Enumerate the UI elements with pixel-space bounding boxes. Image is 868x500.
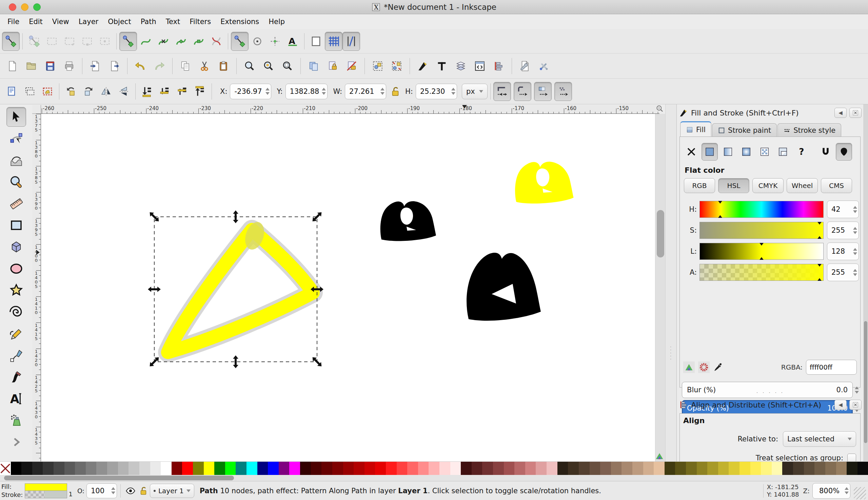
palette-swatch-48[interactable]	[514, 462, 525, 475]
palette-swatch-51[interactable]	[547, 462, 557, 475]
palette-swatch-28[interactable]	[300, 462, 311, 475]
palette-swatch-8[interactable]	[86, 462, 97, 475]
color-mode-rgb[interactable]: RGB	[684, 178, 715, 193]
menu-text[interactable]: Text	[161, 15, 185, 28]
palette-scrollbar[interactable]	[0, 475, 868, 481]
yellow-bell-shape[interactable]	[515, 162, 574, 203]
lig-slider-track[interactable]	[700, 243, 824, 260]
zoom-on-resize-toggle[interactable]	[655, 104, 665, 113]
fill-pattern-button[interactable]	[756, 143, 773, 161]
palette-swatch-47[interactable]	[504, 462, 515, 475]
palette-swatch-68[interactable]	[728, 462, 739, 475]
palette-swatch-53[interactable]	[568, 462, 579, 475]
palette-swatch-58[interactable]	[622, 462, 632, 475]
tool-selector-button[interactable]	[7, 107, 26, 127]
paste-button[interactable]	[215, 57, 232, 76]
color-mode-cms[interactable]: CMS	[821, 178, 852, 193]
palette-swatch-32[interactable]	[343, 462, 354, 475]
palette-swatch-27[interactable]	[289, 462, 300, 475]
palette-swatch-77[interactable]	[825, 462, 836, 475]
align-close-button[interactable]	[849, 400, 861, 410]
palette-swatch-1[interactable]	[11, 462, 22, 475]
export-document-button[interactable]	[105, 57, 123, 76]
rotate-cw-button[interactable]	[80, 82, 97, 101]
fill-color-swatch[interactable]	[25, 484, 67, 491]
palette-swatch-35[interactable]	[375, 462, 386, 475]
palette-swatch-69[interactable]	[739, 462, 750, 475]
palette-swatch-62[interactable]	[665, 462, 676, 475]
palette-swatch-6[interactable]	[64, 462, 75, 475]
canvas[interactable]	[41, 114, 655, 462]
palette-swatch-34[interactable]	[365, 462, 375, 475]
tool-rectangle-button[interactable]	[7, 215, 26, 235]
menu-file[interactable]: File	[3, 15, 24, 28]
palette-swatch-80[interactable]	[857, 462, 868, 475]
palette-swatch-71[interactable]	[761, 462, 772, 475]
tool-star-button[interactable]	[7, 281, 26, 300]
palette-swatch-29[interactable]	[311, 462, 322, 475]
zoom-page-button[interactable]	[279, 57, 296, 76]
create-clone-button[interactable]	[324, 57, 342, 76]
color-mode-cmyk[interactable]: CMYK	[753, 178, 783, 193]
snap-bbox-midpoints-button[interactable]	[78, 32, 96, 51]
palette-swatch-18[interactable]	[193, 462, 204, 475]
alp-slider-track[interactable]	[700, 264, 824, 281]
fill-stroke-collapse-button[interactable]: ◀	[834, 108, 847, 118]
zoom-field[interactable]: 800%	[812, 483, 850, 499]
lower-button[interactable]	[156, 82, 174, 101]
fill-none-button[interactable]	[683, 143, 700, 161]
tool-pen-button[interactable]	[7, 345, 26, 365]
color-managed-icon[interactable]	[683, 362, 695, 373]
palette-swatch-23[interactable]	[246, 462, 257, 475]
palette-swatch-12[interactable]	[129, 462, 140, 475]
cut-button[interactable]	[196, 57, 213, 76]
tool-3dbox-button[interactable]	[7, 237, 26, 257]
palette-swatch-41[interactable]	[439, 462, 450, 475]
snap-path-intersections-button[interactable]	[155, 32, 172, 51]
new-document-button[interactable]	[3, 57, 21, 76]
palette-swatch-63[interactable]	[675, 462, 686, 475]
tool-spiral-button[interactable]	[7, 302, 26, 322]
tab-stroke-style[interactable]: Stroke style	[778, 123, 841, 137]
units-dropdown[interactable]: px	[462, 84, 488, 99]
palette-swatch-43[interactable]	[461, 462, 472, 475]
palette-swatch-74[interactable]	[793, 462, 804, 475]
hue-slider-track[interactable]	[700, 201, 824, 218]
menu-layer[interactable]: Layer	[74, 15, 103, 28]
canvas-vertical-scrollbar[interactable]	[655, 114, 665, 462]
tool-node-button[interactable]	[7, 129, 26, 148]
palette-swatch-60[interactable]	[643, 462, 654, 475]
palette-swatch-50[interactable]	[536, 462, 547, 475]
duplicate-button[interactable]	[305, 57, 322, 76]
select-all-layers-button[interactable]	[21, 82, 38, 101]
toolbox-expander-button[interactable]	[7, 432, 26, 452]
palette-swatch-65[interactable]	[697, 462, 708, 475]
fill-radial-gradient-button[interactable]	[738, 143, 754, 161]
palette-swatch-30[interactable]	[321, 462, 332, 475]
unlink-clone-button[interactable]	[343, 57, 360, 76]
undo-button[interactable]	[132, 57, 149, 76]
snap-master-button[interactable]	[2, 32, 20, 51]
fill-unknown-button[interactable]: ?	[793, 143, 809, 161]
layer-visibility-icon[interactable]	[125, 486, 136, 496]
palette-swatch-15[interactable]	[161, 462, 171, 475]
palette-scrollbar-thumb[interactable]	[4, 476, 234, 480]
fill-stroke-close-button[interactable]	[849, 108, 861, 118]
palette-swatch-25[interactable]	[268, 462, 279, 475]
affect-gradient-button[interactable]	[534, 82, 552, 101]
palette-swatch-5[interactable]	[54, 462, 64, 475]
large-black-bell-shape[interactable]	[467, 253, 541, 321]
palette-swatch-57[interactable]	[611, 462, 622, 475]
x-field[interactable]: -236.97	[230, 84, 271, 99]
palette-swatch-61[interactable]	[654, 462, 665, 475]
fill-linear-gradient-button[interactable]	[720, 143, 736, 161]
palette-swatch-13[interactable]	[140, 462, 150, 475]
palette-swatch-20[interactable]	[214, 462, 225, 475]
affect-pattern-button[interactable]	[554, 82, 572, 101]
snap-bbox-edges-button[interactable]	[43, 32, 61, 51]
affect-stroke-button[interactable]	[493, 82, 511, 101]
panel-scrollbar-thumb[interactable]	[864, 321, 867, 443]
palette-swatch-31[interactable]	[332, 462, 343, 475]
color-mode-hsl[interactable]: HSL	[718, 178, 749, 193]
sat-slider-track[interactable]	[700, 222, 824, 239]
